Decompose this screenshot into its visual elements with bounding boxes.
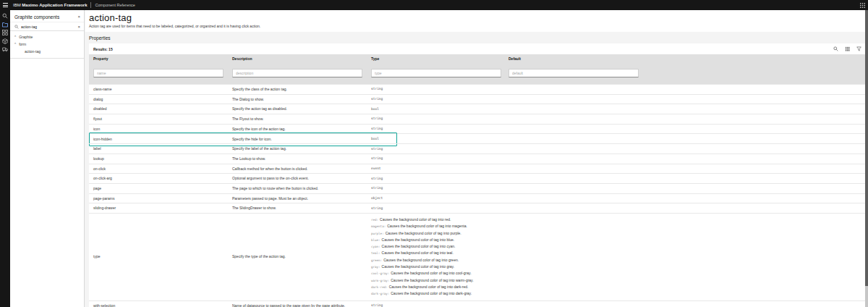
tree-item-form[interactable]: ⌃form xyxy=(10,41,84,48)
menu-icon[interactable] xyxy=(0,0,10,10)
breadcrumb[interactable]: Component Reference xyxy=(95,3,135,7)
page-description: Action tag are used for items that need … xyxy=(89,24,861,28)
type-option-token: cyan: xyxy=(371,245,380,248)
property-description: The Lookup to show. xyxy=(228,156,367,161)
property-name: page-params xyxy=(89,196,228,201)
type-option-text: Causes the background color of tag into … xyxy=(383,258,459,262)
property-description: Callback method for when the button is c… xyxy=(228,167,367,172)
search-icon[interactable] xyxy=(1,13,9,19)
property-type: string xyxy=(367,177,504,181)
property-name: page xyxy=(89,186,228,191)
left-icon-rail xyxy=(0,10,10,307)
top-header-bar: IBM Maximo Application Framework Compone… xyxy=(0,0,868,10)
property-description: Parameters passed to page. Must be an ob… xyxy=(228,196,367,201)
type-option-token: purple: xyxy=(371,232,384,235)
type-option-text: Causes the background color of tag into … xyxy=(386,231,461,235)
table-row: icon-hiddenSpecify the hide for icon.boo… xyxy=(89,133,865,143)
type-option: red:Causes the background color of tag i… xyxy=(371,216,504,223)
table-row: lookupThe Lookup to show.string xyxy=(89,154,865,164)
type-option-text: Causes the background color of tag into … xyxy=(391,291,472,295)
filter-input-name[interactable] xyxy=(93,69,224,77)
table-row: on-clickCallback method for when the but… xyxy=(89,164,865,174)
property-description: The Dialog to show. xyxy=(228,97,367,102)
search-input[interactable] xyxy=(21,25,75,29)
sidebar-title: Graphite components xyxy=(14,14,59,20)
type-option-token: red: xyxy=(371,218,378,222)
tree-item-label: action-tag xyxy=(25,49,41,54)
properties-table-body: class-nameSpecify the class of the actio… xyxy=(89,84,865,307)
brand-prefix: IBM xyxy=(13,3,21,7)
table-row: pageThe page to which to route when the … xyxy=(89,183,865,193)
clear-search-icon[interactable]: × xyxy=(77,24,81,30)
property-name: sliding-drawer xyxy=(89,206,228,211)
type-option-token: blue: xyxy=(371,238,380,242)
sidebar-header: Graphite components × xyxy=(10,10,84,22)
property-type: string xyxy=(367,117,504,121)
filter-icon[interactable] xyxy=(856,46,861,51)
table-toolbar: Results: 15 xyxy=(89,43,865,54)
property-type: string xyxy=(367,97,504,101)
search-icon xyxy=(14,25,19,29)
app-switcher-grid-icon[interactable] xyxy=(860,3,865,8)
table-row: with-selectionName of datasource to pass… xyxy=(89,300,865,307)
property-name: disabled xyxy=(89,106,228,112)
sidebar-search: × xyxy=(10,22,84,31)
tree-item-label: form xyxy=(19,42,26,46)
search-icon[interactable] xyxy=(833,46,838,51)
type-option-text: Causes the background color of tag into … xyxy=(382,264,455,269)
close-icon[interactable]: × xyxy=(77,14,81,20)
table-actions xyxy=(833,46,861,51)
type-option: cool-gray:Causes the background color of… xyxy=(371,270,504,277)
title-block: action-tag Action tag are used for items… xyxy=(85,10,865,32)
property-description: The page to which to route when the butt… xyxy=(228,186,367,191)
scrollbar-thumb[interactable] xyxy=(865,10,868,286)
column-header: Description xyxy=(228,56,367,61)
property-type: string xyxy=(367,156,504,161)
component-tree: ⌃Graphite⌃formaction-tag xyxy=(10,31,84,59)
folder-icon[interactable] xyxy=(1,22,9,28)
tree-item-Graphite[interactable]: ⌃Graphite xyxy=(10,33,84,41)
app-window: IBM Maximo Application Framework Compone… xyxy=(0,0,868,307)
property-type: event xyxy=(367,167,504,171)
grid-icon[interactable] xyxy=(1,30,9,35)
page-title: action-tag xyxy=(89,12,861,23)
type-option-token: teal: xyxy=(371,251,380,255)
type-option: cyan:Causes the background color of tag … xyxy=(371,243,504,250)
type-option-text: Causes the background color of tag into … xyxy=(391,271,471,275)
property-name: icon-hidden xyxy=(89,137,228,142)
vertical-scrollbar[interactable] xyxy=(865,10,868,307)
type-option-text: Causes the background color of tag into … xyxy=(382,251,454,255)
tree-item-label: Graphite xyxy=(19,35,33,39)
property-type: bool xyxy=(367,137,504,141)
table-row: class-nameSpecify the class of the actio… xyxy=(89,84,865,94)
chevron-up-icon: ⌃ xyxy=(14,43,17,46)
filter-input-description[interactable] xyxy=(232,69,362,77)
tree-item-action-tag[interactable]: action-tag xyxy=(10,48,84,55)
brand-name: Maximo Application Framework xyxy=(22,3,87,7)
results-count: Results: 15 xyxy=(93,47,113,51)
type-option-text: Causes the background color of tag into … xyxy=(391,278,473,282)
filter-input-default[interactable] xyxy=(509,69,639,77)
property-type: bool xyxy=(367,107,504,112)
cube-icon[interactable] xyxy=(1,38,9,44)
section-heading: Properties xyxy=(85,32,865,43)
property-description: The Flyout to show. xyxy=(228,117,367,122)
property-name: on-click xyxy=(89,167,228,172)
type-option: dark-red:Causes the background color of … xyxy=(371,284,504,290)
type-option-text: Causes the background color of tag into … xyxy=(380,217,451,222)
property-description: Optional argument to pass to the on-clic… xyxy=(228,176,367,181)
type-option: magenta:Causes the background color of t… xyxy=(371,223,504,230)
table-filter-row xyxy=(89,63,865,84)
brand: IBM Maximo Application Framework xyxy=(13,3,87,7)
property-type: string xyxy=(367,206,504,211)
property-type: string xyxy=(367,127,504,131)
truck-icon[interactable] xyxy=(1,46,9,52)
property-name: dialog xyxy=(89,97,228,102)
column-header: Type xyxy=(367,56,504,61)
type-option: green:Causes the background color of tag… xyxy=(371,257,504,264)
property-name: type xyxy=(89,254,228,259)
chevron-up-icon: ⌃ xyxy=(14,35,17,39)
filter-input-type[interactable] xyxy=(371,69,501,77)
table-settings-icon[interactable] xyxy=(845,46,850,51)
type-option-token: dark-gray: xyxy=(371,292,389,295)
